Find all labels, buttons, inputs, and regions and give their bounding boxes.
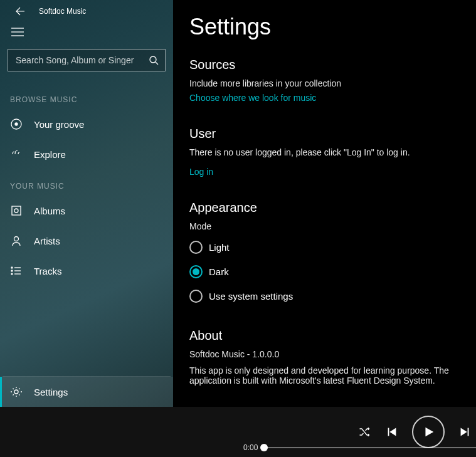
nav-label: Settings bbox=[34, 387, 68, 397]
albums-icon bbox=[10, 204, 23, 217]
svg-point-12 bbox=[11, 270, 13, 271]
nav-albums[interactable]: Albums bbox=[0, 196, 173, 226]
explore-icon bbox=[10, 148, 23, 160]
shuffle-button[interactable] bbox=[357, 424, 372, 439]
radio-icon bbox=[189, 290, 203, 303]
svg-point-9 bbox=[14, 237, 19, 241]
nav-label: Explore bbox=[34, 149, 66, 160]
svg-point-6 bbox=[15, 123, 18, 125]
nav-explore[interactable]: Explore bbox=[0, 139, 173, 169]
nav-label: Tracks bbox=[34, 266, 61, 276]
tracks-icon bbox=[10, 265, 23, 277]
nav-your-groove[interactable]: Your groove bbox=[0, 109, 173, 139]
svg-rect-7 bbox=[12, 206, 21, 215]
sidebar: Softdoc Music BROWSE MUSIC Your groove E… bbox=[0, 0, 173, 407]
radio-icon bbox=[189, 241, 203, 254]
about-heading: About bbox=[189, 328, 476, 343]
about-text: This app is only designed and developed … bbox=[189, 365, 476, 386]
nav-tracks[interactable]: Tracks bbox=[0, 256, 173, 286]
groove-icon bbox=[10, 118, 23, 130]
about-section: About Softdoc Music - 1.0.0.0 This app i… bbox=[189, 328, 476, 386]
svg-rect-17 bbox=[388, 428, 389, 436]
app-title: Softdoc Music bbox=[39, 7, 86, 16]
svg-marker-19 bbox=[425, 428, 433, 437]
svg-point-14 bbox=[11, 273, 13, 275]
current-time: 0:00 bbox=[243, 443, 258, 452]
radio-system[interactable]: Use system settings bbox=[189, 284, 476, 308]
sources-text: Include more libraries in your collectio… bbox=[189, 78, 476, 88]
progress-track[interactable] bbox=[264, 447, 476, 448]
login-link[interactable]: Log in bbox=[189, 167, 213, 177]
svg-point-10 bbox=[11, 267, 13, 268]
progress-thumb[interactable] bbox=[260, 444, 268, 451]
next-button[interactable] bbox=[457, 424, 472, 439]
sources-heading: Sources bbox=[189, 58, 476, 72]
nav-label: Your groove bbox=[34, 119, 84, 130]
back-button[interactable] bbox=[15, 6, 25, 16]
nav-label: Albums bbox=[34, 206, 65, 216]
radio-dark[interactable]: Dark bbox=[189, 260, 476, 284]
search-box[interactable] bbox=[8, 49, 166, 71]
user-text: There is no user logged in, please click… bbox=[189, 147, 476, 157]
mode-label: Mode bbox=[189, 221, 476, 231]
svg-marker-18 bbox=[389, 428, 396, 436]
svg-rect-21 bbox=[468, 428, 469, 436]
sources-section: Sources Include more libraries in your c… bbox=[189, 58, 476, 107]
artists-icon bbox=[10, 234, 23, 247]
mode-radio-group: Light Dark Use system settings bbox=[189, 235, 476, 308]
hamburger-button[interactable] bbox=[0, 21, 173, 49]
player-bar: 0:00 bbox=[0, 407, 476, 457]
search-icon[interactable] bbox=[149, 55, 159, 65]
radio-label: Dark bbox=[209, 266, 229, 277]
title-bar: Softdoc Music bbox=[0, 0, 173, 21]
appearance-section: Appearance Mode Light Dark Use system se… bbox=[189, 201, 476, 308]
svg-marker-20 bbox=[461, 428, 467, 436]
svg-point-8 bbox=[14, 209, 18, 213]
radio-icon bbox=[189, 265, 203, 278]
appearance-heading: Appearance bbox=[189, 201, 476, 215]
svg-point-16 bbox=[14, 390, 18, 394]
browse-section-label: BROWSE MUSIC bbox=[0, 83, 173, 109]
about-version: Softdoc Music - 1.0.0.0 bbox=[189, 349, 476, 359]
radio-light[interactable]: Light bbox=[189, 235, 476, 260]
gear-icon bbox=[10, 386, 23, 398]
radio-label: Light bbox=[209, 242, 230, 253]
radio-label: Use system settings bbox=[209, 291, 293, 302]
user-heading: User bbox=[189, 127, 476, 141]
nav-settings[interactable]: Settings bbox=[0, 377, 173, 407]
your-music-section-label: YOUR MUSIC bbox=[0, 169, 173, 196]
search-input[interactable] bbox=[16, 55, 149, 65]
page-title: Settings bbox=[189, 14, 476, 40]
choose-location-link[interactable]: Choose where we look for music bbox=[189, 93, 316, 103]
nav-artists[interactable]: Artists bbox=[0, 226, 173, 256]
main-content: Settings Sources Include more libraries … bbox=[173, 0, 476, 407]
progress-bar[interactable]: 0:00 bbox=[243, 443, 476, 452]
svg-point-3 bbox=[150, 56, 156, 63]
previous-button[interactable] bbox=[384, 424, 399, 439]
svg-line-4 bbox=[156, 62, 158, 65]
nav-label: Artists bbox=[34, 236, 60, 246]
user-section: User There is no user logged in, please … bbox=[189, 127, 476, 181]
